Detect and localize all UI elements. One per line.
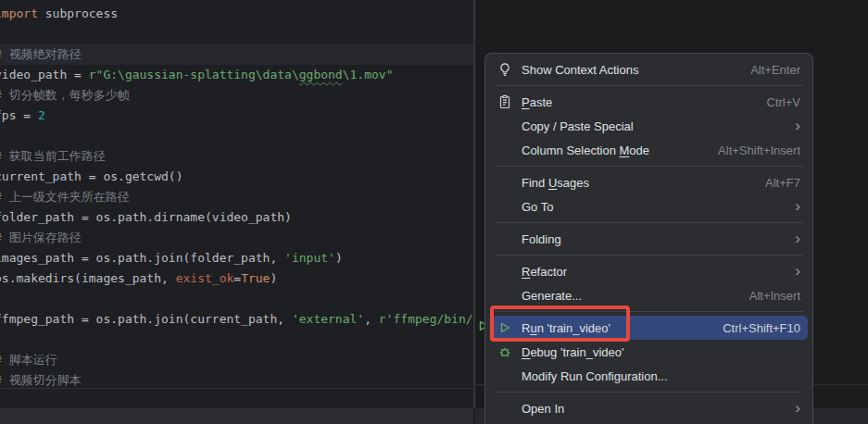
code-line: ffmpeg_path = os.path.join(current_path,… [0,309,473,330]
menu-item-open-in[interactable]: Open In› [490,396,808,420]
code-token: # 获取当前工作路径 [0,149,106,163]
code-token: ggbond [299,68,343,81]
menu-item-label: Folding [522,232,561,246]
menu-separator [495,255,803,256]
code-token: # 视频绝对路径 [0,47,82,61]
context-menu: Show Context ActionsAlt+EnterPasteCtrl+V… [484,53,813,424]
code-line-caret: # 视频绝对路径 [0,44,473,65]
menu-item-label: Run 'train_video' [522,321,610,335]
code-line [0,126,473,146]
menu-item-label: Open In [522,402,564,416]
menu-item-label: Show Context Actions [522,63,638,77]
code-token: = [233,271,241,285]
code-token: r"G:\gaussian-splatting\data\ [89,68,299,81]
code-token: exist_ok [176,271,234,285]
menu-item-label: Debug 'train_video' [522,345,623,359]
menu-item-find-usages[interactable]: Find UsagesAlt+F7 [490,170,808,194]
paste-icon [497,94,512,109]
menu-item-shortcut: Alt+Insert [749,289,800,303]
editor-right-border [473,0,475,408]
code-token: # 上一级文件夹所在路径 [0,190,130,204]
menu-icon-slot [497,401,512,416]
code-line: images_path = os.path.join(folder_path, … [0,248,473,268]
code-line: # 图片保存路径 [0,228,473,248]
submenu-arrow-icon: › [795,231,800,246]
code-token: # 图片保存路径 [0,231,82,244]
menu-item-folding[interactable]: Folding› [490,227,808,251]
menu-item-shortcut: Ctrl+V [767,95,800,109]
menu-icon-slot [497,175,512,190]
menu-item-generate[interactable]: Generate...Alt+Insert [490,283,808,307]
code-line: # 上一级文件夹所在路径 [0,187,473,207]
code-line: video_path = r"G:\gaussian-splatting\dat… [0,65,473,85]
code-token: folder_path = os.path.dirname(video_path… [0,210,292,224]
code-token: os.makedirs(images_path, [0,271,176,285]
code-token: r'ffmpeg/bin/ [379,312,473,326]
code-token: current_path = os.getcwd() [0,169,183,183]
code-line: # 切分帧数，每秒多少帧 [0,85,473,106]
code-line: # 获取当前工作路径 [0,146,473,167]
code-token: fps = [0,108,38,122]
menu-item-show-context-actions[interactable]: Show Context ActionsAlt+Enter [490,57,808,81]
code-line: # 视频切分脚本 [0,370,473,388]
menu-item-label: Column Selection Mode [522,143,649,157]
code-token: , [364,312,379,326]
menu-item-modify-run-configuration[interactable]: Modify Run Configuration... [490,364,808,388]
code-token: ) [270,271,277,285]
menu-item-label: Modify Run Configuration... [522,369,668,383]
code-token: import [0,6,38,20]
code-line [0,24,473,44]
bottom-strip-left [0,408,473,424]
menu-icon-slot [497,143,512,157]
code-token: images_path = os.path.join(folder_path, [0,251,284,265]
lightbulb-icon [497,62,512,77]
menu-item-label: Go To [522,200,553,214]
submenu-arrow-icon: › [795,199,800,214]
menu-separator [495,85,803,86]
code-token: # 切分帧数，每秒多少帧 [0,88,130,102]
menu-item-label: Generate... [522,289,582,303]
menu-icon-slot [497,288,512,303]
menu-item-shortcut: Alt+F7 [765,176,800,190]
submenu-arrow-icon: › [795,264,800,279]
code-line: import subprocess [0,4,473,24]
menu-item-refactor[interactable]: Refactor› [490,259,808,283]
menu-icon-slot [497,118,512,133]
code-token: # 视频切分脚本 [0,373,82,387]
code-token: \1.mov" [343,68,394,81]
code-token: 2 [38,108,45,122]
code-editor-pane[interactable]: import subprocess # 视频绝对路径video_path = r… [0,0,473,388]
code-token: 'external' [292,312,364,326]
menu-icon-slot [497,231,512,246]
code-line: current_path = os.getcwd() [0,167,473,187]
menu-item-label: Paste [522,95,552,109]
code-line: fps = 2 [0,106,473,126]
menu-item-run-train-video[interactable]: Run 'train_video'Ctrl+Shift+F10 [490,316,808,340]
menu-separator [495,222,803,223]
code-line: folder_path = os.path.dirname(video_path… [0,207,473,228]
code-token: video_path = [0,68,89,81]
menu-item-label: Find Usages [522,176,589,190]
menu-item-paste[interactable]: PasteCtrl+V [490,90,808,114]
code-line [0,289,473,309]
editor-bottom-divider [0,388,473,389]
run-icon [497,320,512,335]
menu-item-label: Copy / Paste Special [522,119,634,133]
right-panel-top-divider [475,42,868,43]
menu-item-column-selection-mode[interactable]: Column Selection ModeAlt+Shift+Insert [490,138,808,162]
menu-separator [495,166,803,167]
code-token: # 脚本运行 [0,353,57,367]
code-line [0,330,473,350]
code-token: True [241,271,270,285]
code-line: os.makedirs(images_path, exist_ok=True) [0,268,473,289]
submenu-arrow-icon: › [795,401,800,416]
code-token: subprocess [38,6,118,20]
menu-item-copy-paste-special[interactable]: Copy / Paste Special› [490,114,808,138]
menu-item-shortcut: Ctrl+Shift+F10 [723,321,800,335]
submenu-arrow-icon: › [795,118,800,133]
menu-item-shortcut: Alt+Shift+Insert [718,143,800,157]
menu-item-debug-train-video[interactable]: Debug 'train_video' [490,340,808,364]
menu-item-go-to[interactable]: Go To› [490,194,808,218]
debug-icon [497,344,512,359]
menu-icon-slot [497,264,512,279]
